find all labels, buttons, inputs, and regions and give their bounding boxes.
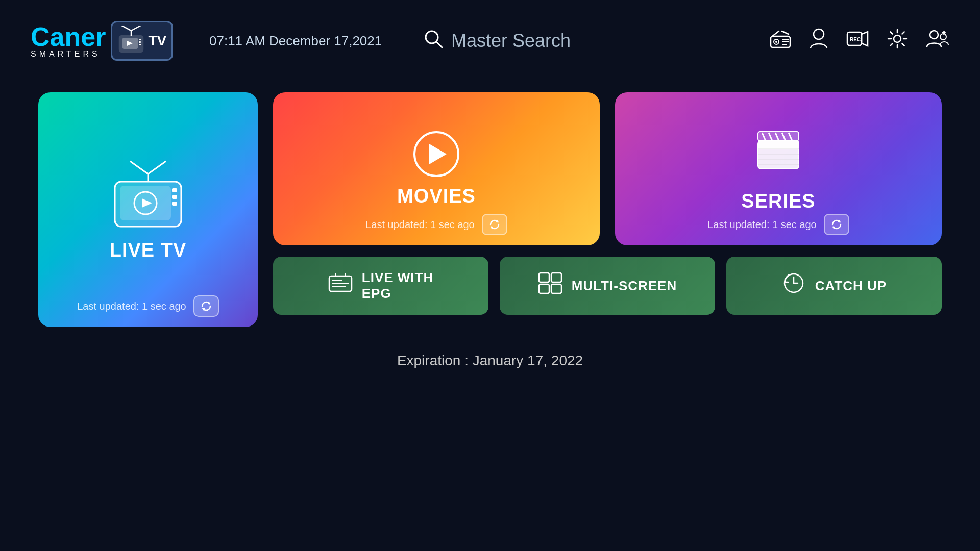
svg-point-24 xyxy=(930,31,938,39)
logo-tv-badge: TV xyxy=(111,21,173,61)
svg-rect-6 xyxy=(139,39,141,40)
multi-screen-label: MULTI-SCREEN xyxy=(572,278,677,294)
movies-card[interactable]: MOVIES Last updated: 1 sec ago xyxy=(273,92,600,245)
multi-screen-icon xyxy=(538,272,562,299)
multi-screen-button[interactable]: MULTI-SCREEN xyxy=(500,257,715,315)
live-tv-refresh-button[interactable] xyxy=(193,295,219,317)
svg-rect-54 xyxy=(539,273,549,282)
svg-rect-8 xyxy=(139,44,141,45)
svg-point-25 xyxy=(940,34,946,40)
logo-smarters: SMARTERS xyxy=(31,50,106,58)
profile-switch-icon[interactable] xyxy=(926,29,949,54)
live-tv-card[interactable]: LIVE TV Last updated: 1 sec ago xyxy=(38,92,258,327)
svg-rect-55 xyxy=(551,273,561,282)
radio-icon[interactable] xyxy=(770,29,791,53)
live-tv-footer: Last updated: 1 sec ago xyxy=(38,295,258,317)
svg-marker-22 xyxy=(862,32,868,46)
cards-row: LIVE TV Last updated: 1 sec ago xyxy=(38,92,942,327)
live-epg-icon xyxy=(328,272,353,299)
header-divider xyxy=(31,82,949,82)
movies-last-updated: Last updated: 1 sec ago xyxy=(365,219,475,231)
logo-tv-text: TV xyxy=(148,33,166,49)
logo-text: Caner SMARTERS xyxy=(31,23,106,58)
svg-line-0 xyxy=(121,26,131,31)
datetime-display: 07:11 AM December 17,2021 xyxy=(209,33,383,49)
logo-brand-highlight: C xyxy=(31,22,50,52)
svg-rect-35 xyxy=(172,202,177,206)
settings-icon[interactable] xyxy=(887,29,908,54)
svg-line-26 xyxy=(130,161,148,174)
series-title: SERIES xyxy=(741,190,815,212)
series-last-updated: Last updated: 1 sec ago xyxy=(707,219,817,231)
svg-line-10 xyxy=(436,42,442,47)
live-tv-title: LIVE TV xyxy=(110,239,187,261)
movies-refresh-button[interactable] xyxy=(482,214,507,235)
catch-up-label: CATCH UP xyxy=(815,278,887,294)
svg-rect-57 xyxy=(551,284,561,293)
expiration-display: Expiration : January 17, 2022 xyxy=(38,353,942,369)
header: Caner SMARTERS TV xyxy=(0,0,980,82)
series-refresh-button[interactable] xyxy=(824,214,849,235)
live-epg-label-line1: LIVE WITH xyxy=(362,270,433,286)
search-label: Master Search xyxy=(451,30,571,52)
svg-point-19 xyxy=(814,29,824,39)
movies-title: MOVIES xyxy=(397,185,476,207)
catch-up-button[interactable]: CATCH UP xyxy=(726,257,942,315)
svg-rect-56 xyxy=(539,284,549,293)
search-area[interactable]: Master Search xyxy=(424,29,749,53)
live-epg-button[interactable]: LIVE WITH EPG xyxy=(273,257,488,315)
live-tv-icon xyxy=(107,159,189,230)
svg-rect-7 xyxy=(139,41,141,43)
logo-brand: Caner xyxy=(31,23,106,50)
live-tv-icon-wrap xyxy=(107,159,189,230)
movies-play-icon xyxy=(413,131,459,177)
main-content: LIVE TV Last updated: 1 sec ago xyxy=(0,92,980,369)
logo-area: Caner SMARTERS TV xyxy=(31,21,174,61)
user-icon[interactable] xyxy=(810,28,828,54)
svg-rect-43 xyxy=(758,132,799,141)
right-column: MOVIES Last updated: 1 sec ago xyxy=(273,92,942,327)
series-clapper-icon xyxy=(753,126,804,182)
search-icon xyxy=(424,29,443,53)
record-icon[interactable]: REC xyxy=(846,30,869,52)
svg-text:REC: REC xyxy=(850,37,861,42)
svg-line-17 xyxy=(772,31,779,36)
live-epg-label-line2: EPG xyxy=(362,286,391,302)
series-footer: Last updated: 1 sec ago xyxy=(615,214,942,235)
header-icons: REC xyxy=(770,28,949,54)
svg-point-23 xyxy=(894,35,901,42)
svg-line-1 xyxy=(131,26,141,31)
svg-rect-33 xyxy=(172,188,177,192)
svg-point-13 xyxy=(775,41,777,43)
top-right-row: MOVIES Last updated: 1 sec ago xyxy=(273,92,942,245)
series-card[interactable]: SERIES Last updated: 1 sec ago xyxy=(615,92,942,245)
svg-rect-34 xyxy=(172,195,177,199)
svg-line-27 xyxy=(148,161,166,174)
play-triangle xyxy=(429,144,447,164)
movies-footer: Last updated: 1 sec ago xyxy=(273,214,600,235)
bottom-buttons-row: LIVE WITH EPG MULTI-SCREEN xyxy=(273,257,942,315)
svg-line-18 xyxy=(782,31,789,34)
tv-antenna-svg xyxy=(117,26,145,56)
live-tv-last-updated: Last updated: 1 sec ago xyxy=(77,300,186,312)
svg-rect-37 xyxy=(758,141,799,149)
catch-up-icon xyxy=(781,272,806,299)
